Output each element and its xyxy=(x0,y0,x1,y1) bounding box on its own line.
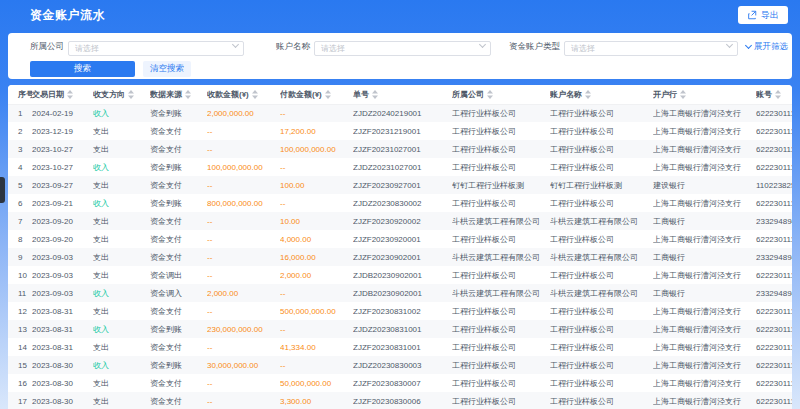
account-no-cell: 622230111 xyxy=(756,158,792,176)
column-header-order-no[interactable]: 单号 xyxy=(353,85,452,104)
source-cell: 资金到账 xyxy=(150,356,207,374)
company-cell: 钉钉工程行业样板测 xyxy=(452,176,550,194)
bank-cell: 上海工商银行漕河泾支行 xyxy=(653,302,756,320)
company-cell: 工程行业样板公司 xyxy=(452,374,550,392)
clear-search-button[interactable]: 清空搜索 xyxy=(143,61,191,77)
index-cell: 5 xyxy=(8,176,32,194)
index-cell: 7 xyxy=(8,212,32,230)
column-header-source[interactable]: 数据来源 xyxy=(150,85,207,104)
income-amount-cell: -- xyxy=(207,248,280,266)
order-no-cell: ZJDB20230902001 xyxy=(353,266,452,284)
account-no-cell: 622230111 xyxy=(756,320,792,338)
bank-cell: 上海工商银行漕河泾支行 xyxy=(653,140,756,158)
company-cell: 斗栱云建筑工程有限公司 xyxy=(452,212,550,230)
trade-date-cell: 2023-09-20 xyxy=(32,230,93,248)
company-filter-label: 所属公司 xyxy=(30,41,64,53)
direction-cell: 支出 xyxy=(93,230,150,248)
account-name-cell: 工程行业样板公司 xyxy=(550,356,653,374)
income-amount-cell: -- xyxy=(207,392,280,409)
direction-cell: 收入 xyxy=(93,104,150,122)
order-no-cell: ZJZF20230831001 xyxy=(353,338,452,356)
company-cell: 工程行业样板公司 xyxy=(452,194,550,212)
company-cell: 工程行业样板公司 xyxy=(452,230,550,248)
trade-date-cell: 2023-08-30 xyxy=(32,356,93,374)
trade-date-cell: 2023-08-31 xyxy=(32,320,93,338)
column-header-company[interactable]: 所属公司 xyxy=(452,85,550,104)
direction-cell: 支出 xyxy=(93,122,150,140)
sort-icon xyxy=(252,90,258,99)
bank-cell: 上海工商银行漕河泾支行 xyxy=(653,122,756,140)
company-cell: 工程行业样板公司 xyxy=(452,104,550,122)
trade-date-cell: 2023-09-20 xyxy=(32,212,93,230)
account-no-cell: 622230111 xyxy=(756,392,792,409)
account-name-cell: 工程行业样板公司 xyxy=(550,140,653,158)
table-row: 32023-10-27支出资金支付--100,000,000.00ZJZF202… xyxy=(8,140,792,158)
column-header-label: 账号 xyxy=(756,89,772,100)
sort-icon xyxy=(680,90,686,99)
direction-cell: 收入 xyxy=(93,284,150,302)
table-row: 112023-09-03收入资金调入2,000.00--ZJDB20230902… xyxy=(8,284,792,302)
direction-cell: 支出 xyxy=(93,140,150,158)
source-cell: 资金到账 xyxy=(150,158,207,176)
trade-date-cell: 2023-09-03 xyxy=(32,266,93,284)
order-no-cell: ZJZF20230927001 xyxy=(353,176,452,194)
side-handle[interactable] xyxy=(0,177,5,203)
account-name-cell: 工程行业样板公司 xyxy=(550,104,653,122)
account-name-cell: 工程行业样板公司 xyxy=(550,392,653,409)
company-cell: 工程行业样板公司 xyxy=(452,356,550,374)
table-row: 72023-09-20支出资金支付--10.00ZJZF20230920002斗… xyxy=(8,212,792,230)
income-amount-cell: -- xyxy=(207,122,280,140)
bank-cell: 工商银行 xyxy=(653,248,756,266)
index-cell: 6 xyxy=(8,194,32,212)
table-row: 22023-12-19支出资金支付--17,200.00ZJZF20231219… xyxy=(8,122,792,140)
company-filter-select[interactable] xyxy=(68,37,244,56)
table-row: 172023-08-30支出资金支付--3,300.00ZJZF20230830… xyxy=(8,392,792,409)
company-cell: 工程行业样板公司 xyxy=(452,140,550,158)
source-cell: 资金支付 xyxy=(150,230,207,248)
export-button[interactable]: 导出 xyxy=(738,6,788,24)
account-type-filter-select[interactable] xyxy=(564,37,738,56)
company-cell: 斗栱云建筑工程有限公司 xyxy=(452,284,550,302)
expand-filters-label: 展开筛选 xyxy=(754,41,788,53)
payment-amount-cell: 41,334.00 xyxy=(280,338,353,356)
column-header-income-amount[interactable]: 收款金额(¥) xyxy=(207,85,280,104)
table-row: 92023-09-03支出资金支付--16,000.00ZJZF20230902… xyxy=(8,248,792,266)
column-header-direction[interactable]: 收支方向 xyxy=(93,85,150,104)
order-no-cell: ZJDZ20230830002 xyxy=(353,194,452,212)
bank-cell: 上海工商银行漕河泾支行 xyxy=(653,194,756,212)
account-name-cell: 工程行业样板公司 xyxy=(550,338,653,356)
order-no-cell: ZJZF20230831002 xyxy=(353,302,452,320)
account-name-filter-input[interactable] xyxy=(314,41,491,56)
source-cell: 资金支付 xyxy=(150,374,207,392)
column-header-payment-amount[interactable]: 付款金额(¥) xyxy=(280,85,353,104)
column-header-account-no[interactable]: 账号 xyxy=(756,85,792,104)
order-no-cell: ZJZF20230830006 xyxy=(353,392,452,409)
payment-amount-cell: 16,000.00 xyxy=(280,248,353,266)
payment-amount-cell: 3,300.00 xyxy=(280,392,353,409)
page-title: 资金账户流水 xyxy=(30,7,105,24)
column-header-label: 所属公司 xyxy=(452,89,484,100)
direction-cell: 支出 xyxy=(93,302,150,320)
column-header-account-name[interactable]: 账户名称 xyxy=(550,85,653,104)
company-filter-input[interactable] xyxy=(68,41,244,56)
account-name-filter-select[interactable] xyxy=(314,37,491,56)
order-no-cell: ZJDZ20230831001 xyxy=(353,320,452,338)
order-no-cell: ZJDZ20231027001 xyxy=(353,158,452,176)
income-amount-cell: 2,000,000.00 xyxy=(207,104,280,122)
search-button[interactable]: 搜索 xyxy=(30,61,135,77)
payment-amount-cell: -- xyxy=(280,356,353,374)
expand-filters-link[interactable]: 展开筛选 xyxy=(746,41,788,53)
payment-amount-cell: 500,000,000.00 xyxy=(280,302,353,320)
payment-amount-cell: 10.00 xyxy=(280,212,353,230)
order-no-cell: ZJDB20230902001 xyxy=(353,284,452,302)
trade-date-cell: 2023-10-27 xyxy=(32,140,93,158)
direction-cell: 收入 xyxy=(93,194,150,212)
account-name-cell: 工程行业样板公司 xyxy=(550,230,653,248)
payment-amount-cell: 2,000.00 xyxy=(280,266,353,284)
column-header-bank[interactable]: 开户行 xyxy=(653,85,756,104)
income-amount-cell: -- xyxy=(207,176,280,194)
account-type-filter-input[interactable] xyxy=(564,41,738,56)
sort-icon xyxy=(585,90,591,99)
income-amount-cell: -- xyxy=(207,140,280,158)
column-header-trade-date[interactable]: 交易日期 xyxy=(32,85,93,104)
